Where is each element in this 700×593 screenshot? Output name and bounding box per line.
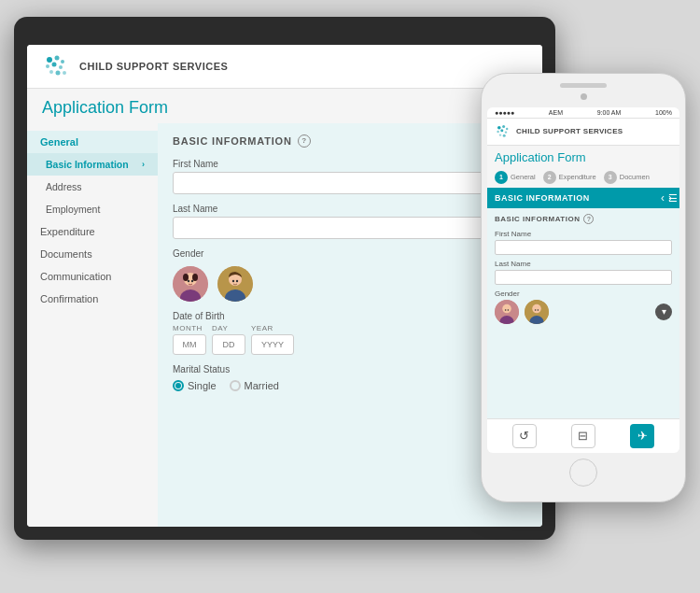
dob-row: MONTH DAY YEAR: [173, 324, 527, 355]
marital-row: Single Married: [173, 380, 527, 391]
mobile-gender-label: Gender: [495, 289, 672, 298]
mobile-first-name-input[interactable]: [495, 240, 672, 255]
step-2: 2 Expenditure: [543, 171, 596, 184]
svg-point-6: [49, 70, 53, 74]
mobile-steps: 1 General 2 Expenditure 3 Documen: [487, 167, 679, 188]
year-field: YEAR: [251, 324, 294, 355]
step-3-label: Documen: [620, 173, 650, 181]
mobile-page-title: Application Form: [487, 146, 679, 167]
svg-point-30: [502, 304, 511, 313]
svg-point-24: [497, 130, 498, 132]
month-field: MONTH: [173, 324, 206, 355]
desktop-body: Application Form General Basic Informati…: [27, 89, 542, 527]
sidebar-communication-label: Communication: [40, 271, 111, 282]
mobile-gender-chevron-down-icon[interactable]: ▾: [655, 304, 672, 320]
svg-point-38: [538, 309, 539, 311]
svg-point-22: [502, 125, 505, 128]
mobile-mockup: ●●●●● AEM 9:00 AM 100% CHILD SUPPORT SER: [481, 73, 686, 502]
svg-point-1: [55, 55, 60, 60]
first-name-group: First Name: [173, 159, 527, 194]
sidebar-confirmation-label: Confirmation: [40, 293, 98, 304]
single-option[interactable]: Single: [173, 380, 217, 391]
mobile-speaker: [560, 83, 607, 88]
single-radio[interactable]: [173, 380, 184, 391]
male-avatar[interactable]: [217, 266, 253, 302]
mobile-female-avatar[interactable]: [495, 300, 519, 324]
nav-prev-button[interactable]: ‹: [661, 191, 665, 205]
sidebar-item-general[interactable]: General: [27, 131, 158, 153]
svg-point-33: [508, 309, 510, 311]
married-option[interactable]: Married: [230, 380, 279, 391]
mobile-submit-button[interactable]: ✈: [630, 424, 654, 448]
last-name-label: Last Name: [173, 204, 527, 214]
desktop-screen: CHILD SUPPORT SERVICES Application Form …: [27, 45, 542, 527]
sidebar-expenditure-label: Expenditure: [40, 226, 95, 237]
mobile-save-button[interactable]: ⊟: [571, 424, 595, 448]
step-2-label: Expenditure: [559, 173, 596, 181]
hamburger-icon[interactable]: ☰: [668, 191, 678, 204]
sidebar-item-expenditure[interactable]: Expenditure: [27, 220, 158, 243]
day-input[interactable]: [212, 334, 245, 355]
svg-point-5: [59, 65, 63, 69]
mobile-time: 9:00 AM: [597, 109, 622, 116]
first-name-input[interactable]: [173, 172, 527, 194]
svg-point-37: [535, 309, 537, 311]
marital-group: Marital Status Single: [173, 364, 527, 391]
step-1: 1 General: [495, 171, 536, 184]
chevron-right-icon: ›: [142, 160, 145, 169]
mobile-form-area: BASIC INFORMATION ? First Name Last Name…: [487, 208, 679, 418]
sidebar-item-confirmation[interactable]: Confirmation: [27, 288, 158, 310]
svg-point-2: [61, 60, 64, 64]
mobile-signal: ●●●●●: [495, 109, 514, 116]
marital-label: Marital Status: [173, 364, 527, 374]
svg-point-26: [505, 131, 507, 133]
day-label: DAY: [212, 324, 245, 332]
mobile-battery: 100%: [655, 109, 672, 116]
last-name-group: Last Name: [173, 204, 527, 239]
section-header: BASIC INFORMATION ?: [173, 134, 527, 148]
svg-point-28: [503, 134, 506, 136]
mobile-home-button[interactable]: [569, 459, 597, 487]
female-avatar[interactable]: [173, 266, 208, 302]
sidebar-item-documents[interactable]: Documents: [27, 243, 158, 265]
mobile-logo-icon: [495, 123, 511, 140]
single-radio-dot: [175, 383, 181, 388]
gender-label: Gender: [173, 248, 527, 259]
page-title-bar: Application Form: [27, 89, 542, 123]
married-label: Married: [245, 380, 279, 391]
sidebar-address-label: Address: [46, 181, 82, 192]
svg-point-15: [191, 279, 193, 281]
dob-group: Date of Birth MONTH DAY: [173, 311, 527, 355]
svg-point-14: [188, 279, 189, 281]
month-input[interactable]: [173, 334, 206, 355]
svg-point-7: [56, 70, 61, 75]
mobile-screen: ●●●●● AEM 9:00 AM 100% CHILD SUPPORT SER: [487, 107, 679, 453]
page-title: Application Form: [42, 98, 168, 117]
married-radio[interactable]: [230, 380, 241, 391]
gender-row: [173, 266, 527, 302]
logo-icon: [42, 52, 70, 80]
sidebar: General Basic Information › Address Empl…: [27, 123, 158, 527]
year-input[interactable]: [251, 334, 294, 355]
sidebar-item-employment[interactable]: Employment: [27, 198, 158, 220]
desktop-header-title: CHILD SUPPORT SERVICES: [79, 61, 228, 72]
mobile-nav-title: BASIC INFORMATION: [495, 193, 590, 203]
mobile-male-avatar[interactable]: [525, 300, 549, 324]
mobile-carrier: AEM: [549, 109, 563, 116]
sidebar-item-communication[interactable]: Communication: [27, 265, 158, 288]
sidebar-item-basic-info[interactable]: Basic Information ›: [27, 153, 158, 176]
step-3: 3 Documen: [604, 171, 650, 184]
mobile-last-name-input[interactable]: [495, 270, 672, 285]
svg-point-3: [46, 64, 49, 68]
svg-point-27: [499, 134, 501, 135]
sidebar-item-address[interactable]: Address: [27, 176, 158, 198]
sidebar-basic-info-label: Basic Information: [46, 159, 129, 170]
svg-point-0: [47, 57, 52, 63]
first-name-label: First Name: [173, 159, 527, 169]
mobile-refresh-button[interactable]: ↺: [512, 424, 537, 448]
mobile-bottom-bar: ↺ ⊟ ✈: [487, 418, 679, 453]
last-name-input[interactable]: [173, 217, 527, 239]
step-3-num: 3: [604, 171, 617, 184]
mobile-section-title: BASIC INFORMATION: [495, 215, 580, 223]
mobile-first-name-label: First Name: [495, 230, 672, 238]
